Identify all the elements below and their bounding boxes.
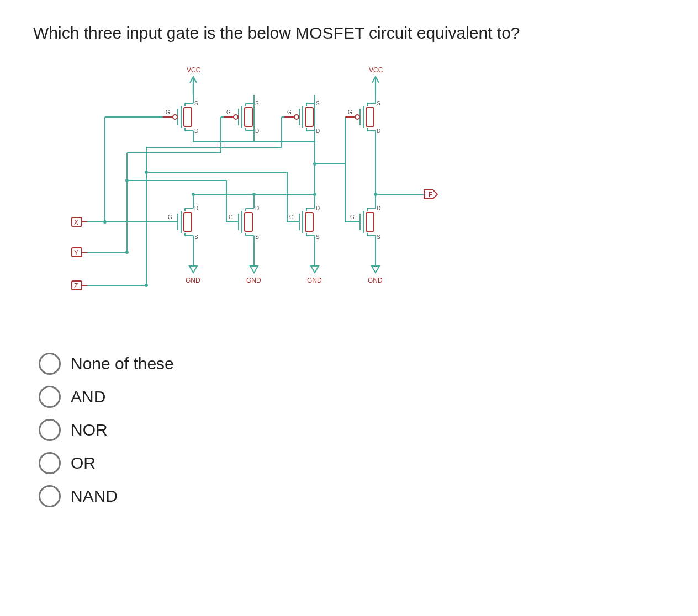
option-label: AND (71, 387, 105, 406)
svg-text:G: G (226, 109, 231, 115)
vcc-label-2: VCC (369, 66, 383, 74)
pmos-1: S D G (163, 95, 198, 134)
output-f-pin: F (424, 190, 437, 199)
pmos-4: S D G (345, 95, 380, 134)
svg-text:S: S (194, 234, 198, 240)
svg-text:D: D (316, 205, 320, 211)
vcc-label-1: VCC (187, 66, 201, 74)
svg-text:G: G (350, 214, 355, 220)
nmos-3: D S G (287, 205, 320, 240)
svg-text:S: S (255, 100, 259, 107)
svg-text:D: D (194, 128, 198, 134)
svg-rect-106 (305, 213, 313, 231)
svg-rect-8 (184, 108, 192, 126)
svg-point-159 (145, 284, 148, 287)
svg-point-73 (252, 193, 256, 196)
svg-text:S: S (316, 234, 320, 240)
svg-text:F: F (429, 191, 432, 199)
radio-icon (39, 353, 61, 375)
svg-text:G: G (287, 109, 292, 115)
input-y-pin: Y (72, 248, 87, 257)
option-label: NAND (71, 487, 118, 506)
gnd-label-4: GND (368, 277, 383, 284)
svg-point-149 (125, 251, 129, 254)
options-group: None of these AND NOR OR NAND (39, 353, 641, 507)
svg-text:Y: Y (74, 249, 78, 257)
radio-icon (39, 485, 61, 507)
option-label: None of these (71, 354, 174, 373)
question-text: Which three input gate is the below MOSF… (33, 22, 641, 45)
svg-text:S: S (255, 234, 259, 240)
svg-point-9 (173, 115, 177, 119)
svg-point-43 (294, 115, 299, 119)
svg-point-139 (103, 220, 107, 224)
svg-text:X: X (74, 219, 78, 226)
circuit-diagram: VCC VCC (55, 65, 641, 326)
gnd-label-1: GND (186, 277, 200, 284)
svg-point-160 (145, 171, 148, 174)
svg-text:G: G (168, 214, 172, 220)
option-or[interactable]: OR (39, 452, 641, 474)
svg-text:D: D (194, 205, 198, 211)
radio-icon (39, 452, 61, 474)
svg-text:S: S (377, 234, 380, 240)
option-nor[interactable]: NOR (39, 419, 641, 441)
svg-rect-84 (184, 213, 192, 231)
svg-point-75 (374, 193, 377, 196)
svg-point-72 (313, 193, 316, 196)
svg-text:S: S (377, 100, 380, 107)
svg-point-26 (234, 115, 238, 119)
option-none[interactable]: None of these (39, 353, 641, 375)
svg-text:D: D (316, 128, 320, 134)
input-z-pin: Z (72, 281, 87, 290)
option-and[interactable]: AND (39, 386, 641, 408)
nmos-1: D S G (166, 205, 198, 240)
svg-rect-42 (305, 108, 313, 126)
option-nand[interactable]: NAND (39, 485, 641, 507)
svg-rect-56 (366, 108, 374, 126)
gnd-label-3: GND (307, 277, 322, 284)
svg-text:Z: Z (74, 282, 78, 290)
svg-point-57 (355, 115, 359, 119)
svg-text:D: D (377, 205, 380, 211)
svg-point-74 (192, 193, 195, 196)
svg-text:G: G (166, 109, 170, 115)
svg-text:D: D (255, 205, 259, 211)
svg-rect-117 (366, 213, 374, 231)
svg-text:G: G (348, 109, 352, 115)
option-label: NOR (71, 421, 108, 439)
svg-text:S: S (316, 100, 320, 107)
svg-point-150 (125, 179, 129, 182)
svg-text:G: G (289, 214, 294, 220)
option-label: OR (71, 454, 96, 472)
svg-text:D: D (377, 128, 380, 134)
svg-text:D: D (255, 128, 259, 134)
svg-rect-25 (245, 108, 252, 126)
svg-text:S: S (194, 100, 198, 107)
nmos-2: D S G (226, 205, 259, 240)
gnd-label-2: GND (246, 277, 261, 284)
svg-point-76 (313, 162, 316, 166)
svg-rect-95 (245, 213, 252, 231)
svg-text:G: G (229, 214, 233, 220)
nmos-4: D S G (348, 205, 380, 240)
radio-icon (39, 386, 61, 408)
radio-icon (39, 419, 61, 441)
input-x-pin: X (72, 217, 87, 226)
